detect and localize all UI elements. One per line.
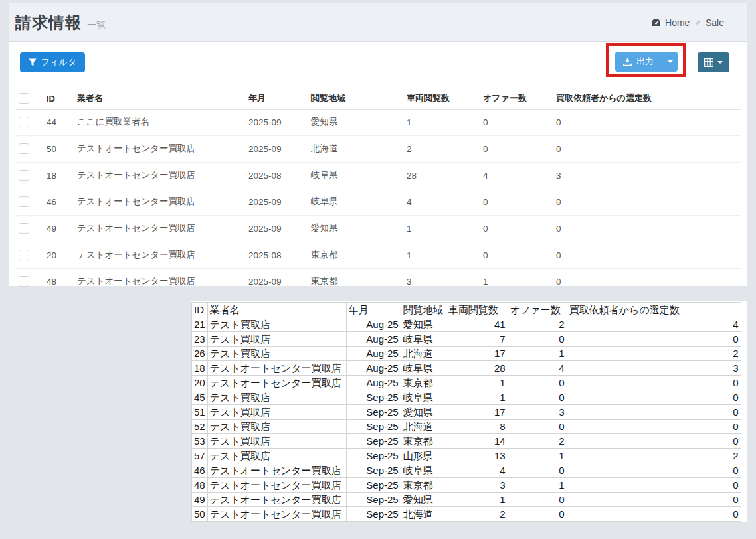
sheet-cell: 18: [192, 361, 208, 376]
sheet-cell: 2: [446, 507, 508, 522]
column-header-offers: オファー数: [478, 88, 551, 110]
cell-id: 50: [41, 136, 72, 163]
cell-views: 4: [401, 189, 478, 216]
cell-selections: 0: [551, 110, 741, 136]
row-checkbox[interactable]: [19, 250, 29, 260]
sheet-cell: テストオートセンター買取店: [207, 493, 346, 507]
sheet-cell: 0: [567, 463, 741, 478]
row-checkbox[interactable]: [19, 117, 29, 127]
sheet-row: 51テスト買取店Sep-25愛知県1730: [192, 405, 741, 420]
cell-vendor: テストオートセンター買取店: [72, 136, 243, 163]
sheet-cell: 45: [192, 390, 208, 405]
row-select-cell: [15, 269, 41, 295]
sheet-cell: 東京都: [401, 376, 446, 390]
page-header: 請求情報 一覧 Home > Sale: [9, 3, 747, 42]
sheet-cell: 48: [192, 478, 208, 493]
export-button[interactable]: 出力: [615, 52, 662, 72]
sheet-header-cell: 車両閲覧数: [446, 303, 508, 317]
cell-offers: 0: [478, 216, 551, 242]
cell-offers: 0: [478, 136, 551, 163]
sheet-cell: 0: [567, 493, 741, 507]
sheet-row: 52テスト買取店Sep-25北海道800: [192, 420, 741, 434]
cell-region: 岐阜県: [306, 163, 401, 189]
filter-button-label: フィルタ: [41, 56, 76, 68]
export-preview-sheet: ID業者名年月閲覧地域車両閲覧数オファー数買取依頼者からの選定数21テスト買取店…: [191, 301, 747, 522]
cell-region: 東京都: [306, 242, 401, 269]
sheet-cell: 0: [567, 405, 741, 420]
filter-button[interactable]: フィルタ: [20, 52, 85, 72]
select-all-checkbox[interactable]: [19, 93, 29, 104]
sheet-cell: 41: [446, 317, 508, 332]
row-select-cell: [15, 242, 41, 269]
sheet-row: 48テストオートセンター買取店Sep-25東京都310: [192, 478, 741, 493]
row-checkbox[interactable]: [19, 170, 29, 181]
sheet-cell: 50: [192, 507, 208, 522]
main-table-body: 44ここに買取業者名2025-09愛知県10050テストオートセンター買取店20…: [15, 110, 741, 295]
sheet-cell: 北海道: [401, 420, 446, 434]
sheet-cell: 0: [567, 478, 741, 493]
sheet-row: 23テスト買取店Aug-25岐阜県700: [192, 332, 741, 346]
sheet-cell: 23: [192, 332, 208, 346]
sheet-cell: 2: [567, 346, 741, 361]
sheet-header-cell: オファー数: [508, 303, 567, 317]
sheet-table: ID業者名年月閲覧地域車両閲覧数オファー数買取依頼者からの選定数21テスト買取店…: [191, 302, 741, 522]
sheet-cell: 岐阜県: [401, 332, 446, 346]
export-dropdown-toggle[interactable]: [662, 52, 678, 72]
breadcrumb-home-link[interactable]: Home: [651, 17, 690, 28]
sheet-cell: Sep-25: [346, 420, 401, 434]
toolbar: フィルタ 出力: [9, 42, 747, 88]
cell-views: 1: [401, 216, 478, 242]
row-checkbox[interactable]: [19, 143, 29, 154]
table-row: 44ここに買取業者名2025-09愛知県100: [15, 110, 741, 136]
sheet-cell: 0: [567, 376, 741, 390]
row-checkbox[interactable]: [19, 276, 29, 287]
sheet-header-cell: 業者名: [207, 303, 346, 317]
sheet-row: 18テストオートセンター買取店Aug-25岐阜県2843: [192, 361, 741, 376]
sheet-cell: 7: [446, 332, 508, 346]
sheet-cell: 17: [446, 405, 508, 420]
sheet-header-row: ID業者名年月閲覧地域車両閲覧数オファー数買取依頼者からの選定数: [192, 303, 741, 317]
cell-vendor: テストオートセンター買取店: [72, 216, 243, 242]
sheet-cell: 0: [567, 507, 741, 522]
table-row: 48テストオートセンター買取店2025-09東京都310: [15, 269, 741, 295]
sheet-cell: 4: [508, 361, 567, 376]
sheet-cell: 北海道: [401, 507, 446, 522]
sheet-table-body: ID業者名年月閲覧地域車両閲覧数オファー数買取依頼者からの選定数21テスト買取店…: [192, 303, 741, 522]
table-row: 46テストオートセンター買取店2025-09岐阜県400: [15, 189, 741, 216]
sheet-cell: Aug-25: [346, 332, 401, 346]
sheet-cell: テスト買取店: [207, 332, 346, 346]
breadcrumb: Home > Sale: [651, 17, 724, 28]
sheet-cell: テストオートセンター買取店: [207, 361, 346, 376]
sheet-cell: Sep-25: [346, 390, 401, 405]
column-header-selections: 買取依頼者からの選定数: [551, 88, 741, 110]
cell-offers: 0: [478, 189, 551, 216]
sheet-cell: 3: [508, 405, 567, 420]
row-checkbox[interactable]: [19, 196, 29, 207]
sheet-cell: Sep-25: [346, 405, 401, 420]
sheet-cell: テストオートセンター買取店: [207, 507, 346, 522]
cell-selections: 0: [551, 136, 741, 163]
column-header-id: ID: [41, 88, 72, 110]
sheet-cell: 21: [192, 317, 208, 332]
sheet-cell: 57: [192, 449, 208, 463]
sheet-cell: Aug-25: [346, 346, 401, 361]
cell-region: 東京都: [306, 269, 401, 295]
column-header-month: 年月: [243, 88, 306, 110]
row-select-cell: [15, 163, 41, 189]
sheet-cell: 4: [446, 463, 508, 478]
sheet-row: 50テストオートセンター買取店Sep-25北海道200: [192, 507, 741, 522]
sheet-cell: 愛知県: [401, 405, 446, 420]
table-grid-icon: [704, 58, 713, 67]
billing-list-table: ID 業者名 年月 閲覧地域 車両閲覧数 オファー数 買取依頼者からの選定数 4…: [15, 88, 741, 295]
sheet-cell: 0: [508, 463, 567, 478]
breadcrumb-current: Sale: [706, 17, 724, 28]
sheet-header-cell: 閲覧地域: [401, 303, 446, 317]
columns-button[interactable]: [698, 52, 729, 72]
sheet-cell: Sep-25: [346, 493, 401, 507]
sheet-cell: 2: [508, 317, 567, 332]
caret-down-icon: [668, 60, 673, 63]
sheet-row: 53テスト買取店Sep-25東京都1420: [192, 434, 741, 449]
sheet-cell: 26: [192, 346, 208, 361]
sheet-row: 49テストオートセンター買取店Sep-25愛知県100: [192, 493, 741, 507]
row-checkbox[interactable]: [19, 223, 29, 234]
